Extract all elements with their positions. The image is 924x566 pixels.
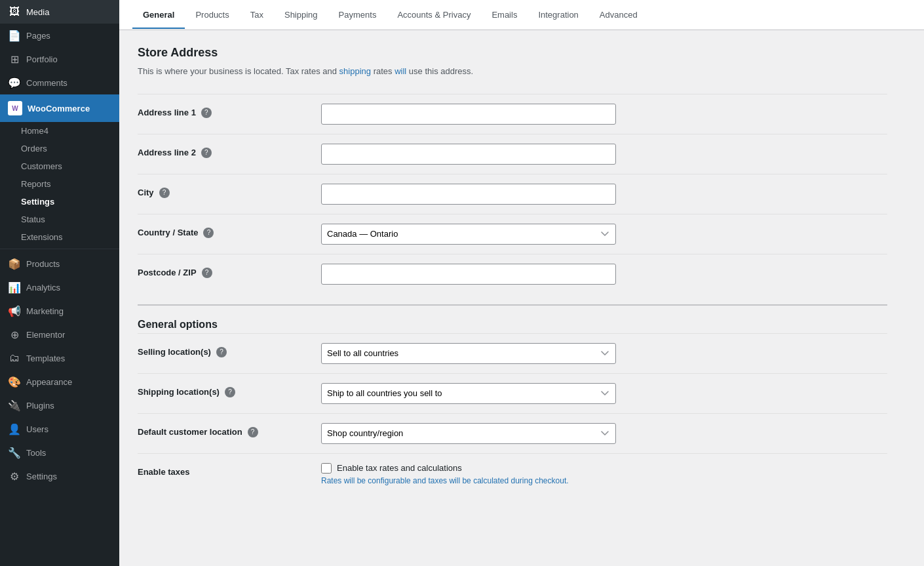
sidebar-item-marketing[interactable]: 📢 Marketing: [0, 299, 119, 323]
help-customer-location[interactable]: ?: [248, 427, 258, 437]
select-shipping-location[interactable]: Ship to all countries you sell to Ship t…: [321, 383, 616, 404]
submenu-label-orders: Orders: [21, 144, 47, 153]
help-country[interactable]: ?: [203, 228, 214, 238]
sidebar: 🖼 Media 📄 Pages ⊞ Portfolio 💬 Comments W…: [0, 0, 119, 566]
input-postcode[interactable]: [321, 264, 616, 285]
field-enable-taxes: Enable taxes Enable tax rates and calcul…: [138, 453, 887, 495]
tab-advanced[interactable]: Advanced: [589, 2, 648, 29]
main-content: General Products Tax Shipping Payments A…: [119, 0, 924, 566]
plugins-icon: 🔌: [8, 399, 21, 412]
sidebar-label-media: Media: [26, 7, 49, 17]
select-customer-location[interactable]: No location by default Shop country/regi…: [321, 423, 616, 444]
tab-payments[interactable]: Payments: [328, 2, 387, 29]
sidebar-item-elementor[interactable]: ⊕ Elementor: [0, 323, 119, 346]
sidebar-item-templates[interactable]: 🗂 Templates: [0, 346, 119, 370]
marketing-icon: 📢: [8, 304, 21, 317]
input-address1[interactable]: [321, 104, 616, 125]
input-address2[interactable]: [321, 144, 616, 165]
submenu-home[interactable]: Home 4: [0, 122, 119, 140]
submenu-customers[interactable]: Customers: [0, 157, 119, 175]
sidebar-label-users: Users: [26, 424, 48, 434]
sidebar-label-plugins: Plugins: [26, 401, 54, 411]
label-address1: Address line 1: [138, 108, 196, 117]
field-shipping-location: Shipping location(s) ? Ship to all count…: [138, 373, 887, 413]
select-country[interactable]: Canada — Ontario United States United Ki…: [321, 224, 616, 245]
tab-general[interactable]: General: [132, 2, 185, 29]
label-country: Country / State: [138, 228, 198, 237]
home-badge: 4: [44, 126, 48, 136]
tab-products[interactable]: Products: [185, 2, 239, 29]
field-city: City ?: [138, 174, 887, 214]
help-city[interactable]: ?: [159, 188, 170, 198]
label-selling-location: Selling location(s): [138, 347, 211, 357]
comments-icon: 💬: [8, 76, 21, 89]
submenu-label-customers: Customers: [21, 161, 62, 171]
help-address2[interactable]: ?: [201, 148, 212, 158]
submenu-status[interactable]: Status: [0, 211, 119, 228]
submenu-label-home: Home: [21, 126, 44, 136]
sidebar-item-settings-main[interactable]: ⚙ Settings: [0, 464, 119, 488]
tab-accounts[interactable]: Accounts & Privacy: [387, 2, 481, 29]
sidebar-label-templates: Templates: [26, 354, 65, 363]
general-options-title: General options: [138, 304, 887, 333]
tab-tax[interactable]: Tax: [240, 2, 274, 29]
help-postcode[interactable]: ?: [202, 268, 212, 278]
sidebar-item-comments[interactable]: 💬 Comments: [0, 71, 119, 94]
select-selling-location[interactable]: Sell to all countries Sell to specific c…: [321, 343, 616, 364]
sidebar-item-users[interactable]: 👤 Users: [0, 417, 119, 441]
shipping-link[interactable]: shipping: [339, 66, 371, 76]
submenu-label-reports: Reports: [21, 179, 51, 189]
settings-content: Store Address This is where your busines…: [119, 30, 906, 510]
sidebar-label-analytics: Analytics: [26, 283, 60, 293]
field-address2: Address line 2 ?: [138, 134, 887, 174]
sidebar-item-appearance[interactable]: 🎨 Appearance: [0, 370, 119, 394]
analytics-icon: 📊: [8, 281, 21, 294]
checkbox-taxes[interactable]: [321, 463, 332, 474]
tab-emails[interactable]: Emails: [481, 2, 528, 29]
checkbox-taxes-text: Enable tax rates and calculations: [337, 463, 462, 473]
field-selling-location: Selling location(s) ? Sell to all countr…: [138, 333, 887, 373]
products-icon: 📦: [8, 257, 21, 270]
submenu-settings[interactable]: Settings: [0, 193, 119, 211]
label-postcode: Postcode / ZIP: [138, 268, 197, 277]
sidebar-label-settings-main: Settings: [26, 472, 57, 481]
woocommerce-label: WooCommerce: [28, 104, 90, 113]
field-postcode: Postcode / ZIP ?: [138, 254, 887, 294]
help-selling-location[interactable]: ?: [216, 347, 227, 357]
checkbox-label-taxes[interactable]: Enable tax rates and calculations: [321, 463, 887, 474]
help-address1[interactable]: ?: [201, 108, 212, 118]
sidebar-label-appearance: Appearance: [26, 377, 72, 387]
store-address-desc: This is where your business is located. …: [138, 65, 887, 78]
sidebar-item-analytics[interactable]: 📊 Analytics: [0, 275, 119, 299]
submenu-extensions[interactable]: Extensions: [0, 228, 119, 246]
submenu-reports[interactable]: Reports: [0, 175, 119, 193]
tab-integration[interactable]: Integration: [528, 2, 588, 29]
submenu-label-extensions: Extensions: [21, 232, 63, 242]
sidebar-label-elementor: Elementor: [26, 330, 65, 340]
sidebar-item-media[interactable]: 🖼 Media: [0, 0, 119, 24]
tab-shipping[interactable]: Shipping: [274, 2, 328, 29]
sidebar-label-portfolio: Portfolio: [26, 54, 58, 64]
sidebar-item-plugins[interactable]: 🔌 Plugins: [0, 394, 119, 417]
submenu-orders[interactable]: Orders: [0, 140, 119, 157]
submenu-label-status: Status: [21, 214, 45, 224]
will-link[interactable]: will: [395, 66, 406, 76]
elementor-icon: ⊕: [8, 328, 21, 341]
sidebar-label-tools: Tools: [26, 448, 46, 458]
sidebar-label-products: Products: [26, 259, 60, 269]
woocommerce-header[interactable]: W WooCommerce: [0, 94, 119, 122]
sidebar-divider-1: [0, 249, 119, 249]
help-shipping-location[interactable]: ?: [225, 387, 235, 397]
portfolio-icon: ⊞: [8, 52, 21, 66]
templates-icon: 🗂: [8, 352, 21, 365]
sidebar-item-products[interactable]: 📦 Products: [0, 252, 119, 275]
submenu-label-settings: Settings: [21, 197, 54, 207]
sidebar-item-pages[interactable]: 📄 Pages: [0, 24, 119, 47]
woo-logo: W: [8, 101, 22, 115]
sidebar-item-tools[interactable]: 🔧 Tools: [0, 441, 119, 464]
label-customer-location: Default customer location: [138, 427, 242, 437]
tab-bar: General Products Tax Shipping Payments A…: [119, 0, 924, 30]
sidebar-item-portfolio[interactable]: ⊞ Portfolio: [0, 47, 119, 71]
input-city[interactable]: [321, 184, 616, 205]
label-shipping-location: Shipping location(s): [138, 387, 220, 397]
